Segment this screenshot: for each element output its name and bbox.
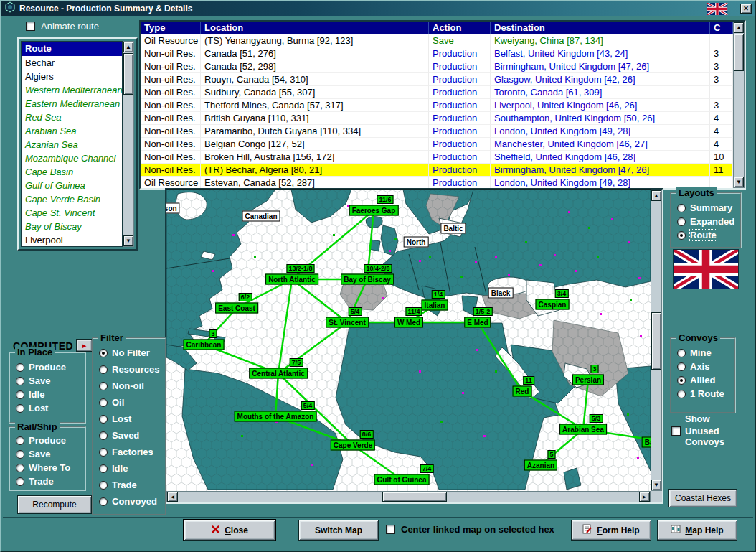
sea-zone-label-italian[interactable]: Italian xyxy=(422,300,448,311)
route-list-item[interactable]: Gulf of Guinea xyxy=(22,179,122,192)
route-list-item[interactable]: Liverpool xyxy=(22,233,122,247)
resource-table-row[interactable]: Non-oil Res.Canada [51, 276]ProductionBe… xyxy=(141,47,733,60)
sea-zone-label-canadian[interactable]: Canadian xyxy=(242,211,280,222)
sea-zone-label-carib[interactable]: Caribbean xyxy=(184,340,225,350)
scroll-down-button[interactable]: ▼ xyxy=(651,480,661,490)
recompute-button[interactable]: Recompute xyxy=(17,495,92,514)
route-list-item[interactable]: Algiers xyxy=(22,70,122,83)
sea-zone-label-capeverde[interactable]: Cape Verde xyxy=(331,440,375,451)
sea-zone-label-azanian[interactable]: Azanian xyxy=(524,460,557,471)
sea-zone-label-red[interactable]: Red xyxy=(513,386,532,397)
resource-table-row[interactable]: Non-oil Res.Thetford Mines, Canada [57, … xyxy=(141,99,733,112)
radio-rail_ship-3[interactable]: Trade xyxy=(10,474,85,488)
sea-zone-label-caspian[interactable]: Caspian xyxy=(536,299,570,310)
radio-convoys-1[interactable]: Axis xyxy=(671,360,734,373)
radio-filter-9[interactable]: Convoyed xyxy=(93,493,165,510)
route-list-item[interactable]: Azanian Sea xyxy=(22,138,122,151)
route-list-item[interactable]: Western Mediterranean xyxy=(22,83,122,97)
route-list-item[interactable]: Arabian Sea xyxy=(22,124,122,138)
radio-filter-5[interactable]: Saved xyxy=(93,427,165,444)
resource-table-row[interactable]: Non-oil Res.Broken Hill, Australia [156,… xyxy=(141,151,733,164)
route-list-item[interactable]: Eastern Mediterranean S xyxy=(22,97,122,111)
radio-layouts-0[interactable]: Summary xyxy=(671,201,740,215)
resource-table-row[interactable]: Non-oil Res.British Guyana [110, 331]Pro… xyxy=(141,112,733,125)
radio-rail_ship-2[interactable]: Where To xyxy=(10,461,85,474)
close-window-button[interactable]: ✕ xyxy=(740,4,752,14)
radio-filter-8[interactable]: Trade xyxy=(93,477,165,493)
resource-table-row[interactable]: Non-oil Res.Sudbury, Canada [55, 307]Pro… xyxy=(141,86,733,99)
sea-zone-label-natl[interactable]: North Atlantic xyxy=(265,274,318,285)
sea-zone-label-black[interactable]: Black xyxy=(488,288,514,299)
radio-convoys-2[interactable]: Allied xyxy=(671,373,734,387)
sea-zone-label-persian[interactable]: Persian xyxy=(572,375,604,385)
sea-zone-label-bengal[interactable]: Bay of Bengal xyxy=(642,437,651,448)
radio-convoys-0[interactable]: Mine xyxy=(671,346,734,360)
radio-filter-0[interactable]: No Filter xyxy=(93,345,165,361)
sea-zone-label-arabian[interactable]: Arabian Sea xyxy=(559,424,607,435)
radio-filter-1[interactable]: Resources xyxy=(93,361,165,378)
sea-zone-label-emed[interactable]: E Med xyxy=(464,317,491,328)
col-action[interactable]: Action xyxy=(429,22,491,34)
sea-zone-label-north[interactable]: North xyxy=(404,237,429,248)
radio-in_place-1[interactable]: Save xyxy=(10,374,85,388)
scrollbar-thumb[interactable] xyxy=(734,34,744,71)
titlebar[interactable]: Resource - Production Summary & Details … xyxy=(1,1,755,16)
radio-rail_ship-0[interactable]: Produce xyxy=(10,434,85,447)
sea-zone-label-catl[interactable]: Central Atlantic xyxy=(249,368,308,379)
radio-layouts-1[interactable]: Expanded xyxy=(671,215,740,228)
radio-filter-2[interactable]: Non-oil xyxy=(93,378,165,394)
coastal-hexes-button[interactable]: Coastal Hexes xyxy=(668,489,737,507)
sea-zone-label-biscay[interactable]: Bay of Biscay xyxy=(341,274,394,285)
scrollbar-thumb[interactable] xyxy=(123,53,133,95)
radio-in_place-2[interactable]: Idle xyxy=(10,388,85,401)
table-scrollbar[interactable]: ▲ ▼ xyxy=(733,22,745,188)
resource-table-row[interactable]: Non-oil Res.Canada [52, 298]ProductionBi… xyxy=(141,60,733,73)
route-list-item[interactable]: Béchar xyxy=(22,56,122,70)
radio-layouts-2[interactable]: Route xyxy=(671,228,740,242)
resource-table-row[interactable]: Oil Resource(TS) Yenangyaung, Burma [92,… xyxy=(141,34,733,47)
col-c[interactable]: C xyxy=(710,22,733,34)
animate-route-checkbox[interactable] xyxy=(26,22,35,31)
center-map-checkbox[interactable] xyxy=(386,525,395,534)
scrollbar-thumb[interactable] xyxy=(382,492,447,502)
route-list-item[interactable]: Cape Basin xyxy=(22,165,122,179)
col-type[interactable]: Type xyxy=(141,22,201,34)
radio-rail_ship-1[interactable]: Save xyxy=(10,447,85,461)
radio-in_place-0[interactable]: Produce xyxy=(10,360,85,374)
scroll-up-button[interactable]: ▲ xyxy=(651,190,661,201)
scrollbar-thumb[interactable] xyxy=(651,312,661,370)
scroll-up-button[interactable]: ▲ xyxy=(734,22,744,33)
scroll-right-button[interactable]: ► xyxy=(639,492,650,502)
sea-zone-label-baltic[interactable]: Baltic xyxy=(440,223,466,234)
resource-table-row[interactable]: Non-oil Res.(TR) Béchar, Algeria [80, 21… xyxy=(141,164,733,177)
radio-filter-6[interactable]: Factories xyxy=(93,444,165,460)
computed-advance-button[interactable]: ► xyxy=(76,339,93,352)
radio-convoys-3[interactable]: 1 Route xyxy=(671,387,734,401)
map-vertical-scrollbar[interactable]: ▲ ▼ xyxy=(651,190,662,491)
route-list-item[interactable]: Cape St. Vincent xyxy=(22,206,122,220)
sea-zone-label-amazon[interactable]: Mouths of the Amazon xyxy=(235,411,317,422)
col-destination[interactable]: Destination xyxy=(491,22,710,34)
radio-filter-7[interactable]: Idle xyxy=(93,460,165,477)
sea-zone-label-stvincent[interactable]: St. Vincent xyxy=(326,317,369,328)
route-list-item[interactable]: Red Sea xyxy=(22,111,122,124)
route-list-scrollbar[interactable]: ▲ ▼ xyxy=(123,41,134,247)
sea-zone-label-faeroes[interactable]: Faeroes Gap xyxy=(349,205,399,216)
col-location[interactable]: Location xyxy=(201,22,429,34)
close-button[interactable]: Close xyxy=(184,520,275,541)
radio-filter-4[interactable]: Lost xyxy=(93,411,165,427)
resource-table-row[interactable]: Non-oil Res.Rouyn, Canada [54, 310]Produ… xyxy=(141,73,733,86)
resource-table-row[interactable]: Non-oil Res.Paramaribo, Dutch Guyana [11… xyxy=(141,125,733,138)
switch-map-button[interactable]: Switch Map xyxy=(298,520,379,541)
radio-filter-3[interactable]: Oil xyxy=(93,394,165,411)
sea-zone-label-hudson[interactable]: Hudson xyxy=(166,203,180,214)
route-list-item[interactable]: Cape Verde Basin xyxy=(22,192,122,206)
scroll-left-button[interactable]: ◄ xyxy=(167,492,178,502)
resource-table-row[interactable]: Non-oil Res.Belgian Congo [127, 52]Produ… xyxy=(141,138,733,151)
sea-zone-label-wmed[interactable]: W Med xyxy=(394,317,423,328)
scroll-down-button[interactable]: ▼ xyxy=(123,235,133,246)
sea-zone-label-guinea[interactable]: Gulf of Guinea xyxy=(374,474,430,485)
map-help-button[interactable]: Map Help xyxy=(657,520,737,541)
map-canvas[interactable]: HudsonCanadianFaeroes Gap11/6BalticNorth… xyxy=(166,190,651,491)
scroll-down-button[interactable]: ▼ xyxy=(734,177,744,187)
